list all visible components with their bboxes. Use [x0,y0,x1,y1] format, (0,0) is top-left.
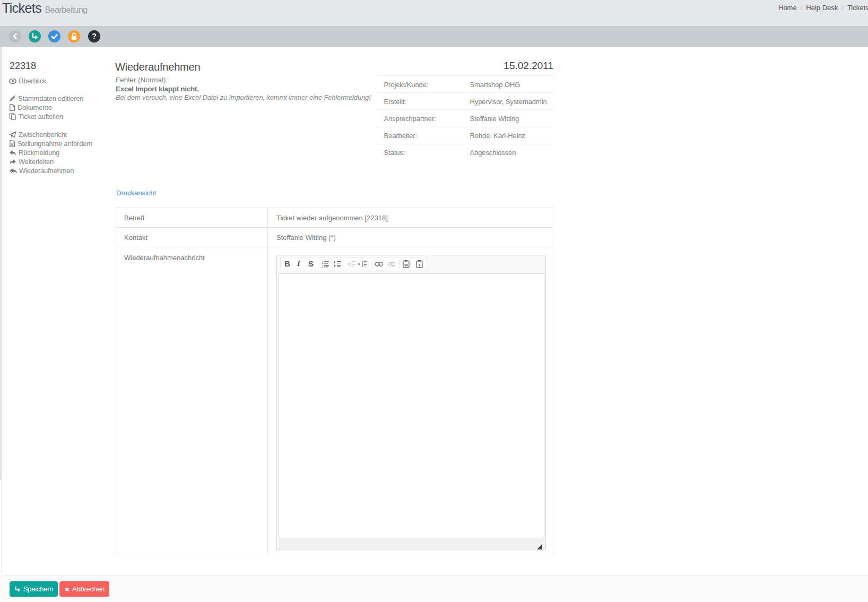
svg-text:T: T [418,263,421,268]
svg-text:1: 1 [322,261,324,264]
svg-text:2: 2 [322,265,324,268]
svg-text:?: ? [92,32,97,40]
svg-text:W: W [404,263,409,268]
